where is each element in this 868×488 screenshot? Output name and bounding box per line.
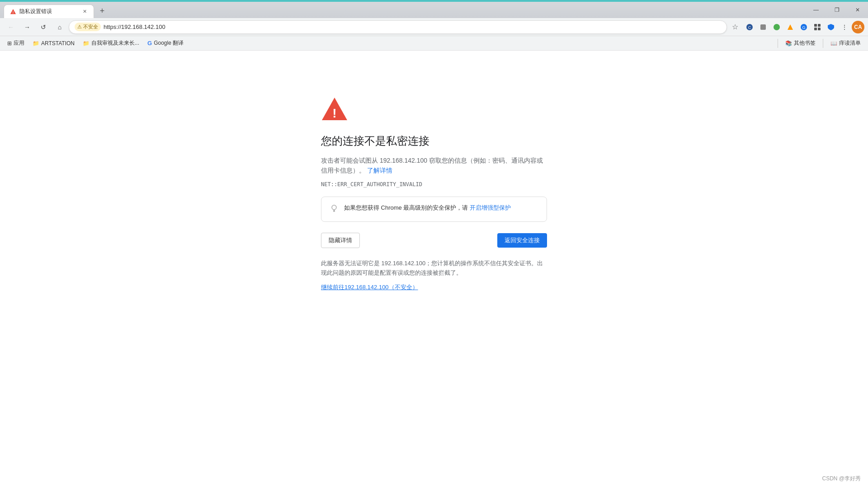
close-button[interactable]: ✕ bbox=[847, 2, 868, 18]
other-bookmarks[interactable]: 📚 其他书签 bbox=[782, 38, 819, 48]
copilot-icon[interactable]: C bbox=[743, 21, 756, 33]
books-icon: 📚 bbox=[785, 40, 792, 47]
google-translate-icon: G bbox=[147, 40, 152, 47]
svg-rect-11 bbox=[814, 28, 817, 30]
reading-list-icon: 📖 bbox=[830, 40, 837, 47]
bookmarks-divider-2 bbox=[823, 39, 823, 48]
back-to-safety-button[interactable]: 返回安全连接 bbox=[497, 233, 547, 248]
bookmark-artstation[interactable]: 📁 ARTSTATION bbox=[29, 39, 78, 48]
error-container: ! 您的连接不是私密连接 攻击者可能会试图从 192.168.142.100 窃… bbox=[321, 96, 547, 292]
proceed-link[interactable]: 继续前往192.168.142.100（不安全） bbox=[321, 283, 418, 292]
tab-bar: ! 隐私设置错误 ✕ + — ❐ ✕ bbox=[0, 2, 868, 18]
tab-title: 隐私设置错误 bbox=[19, 8, 78, 15]
learn-more-link[interactable]: 了解详情 bbox=[367, 167, 392, 174]
bookmark-self-label: 自我审视及未来长... bbox=[91, 39, 139, 47]
main-content: ! 您的连接不是私密连接 攻击者可能会试图从 192.168.142.100 窃… bbox=[0, 51, 868, 488]
extension-icon-4[interactable]: G bbox=[797, 21, 810, 33]
folder-icon-1: 📁 bbox=[33, 40, 39, 47]
svg-rect-10 bbox=[818, 24, 821, 27]
svg-text:!: ! bbox=[13, 11, 14, 14]
home-button[interactable]: ⌂ bbox=[52, 20, 67, 34]
svg-rect-12 bbox=[818, 28, 821, 30]
active-tab[interactable]: ! 隐私设置错误 ✕ bbox=[4, 5, 94, 18]
reading-list-label: 痒读清单 bbox=[839, 39, 861, 47]
security-box-prefix: 如果您想获得 Chrome 最高级别的安全保护，请 bbox=[344, 204, 468, 211]
extension-icon-1[interactable] bbox=[757, 21, 769, 33]
other-bookmarks-label: 其他书签 bbox=[794, 39, 816, 47]
tab-close-button[interactable]: ✕ bbox=[81, 8, 88, 15]
extension-icon-3[interactable] bbox=[784, 21, 797, 33]
security-box-text: 如果您想获得 Chrome 最高级别的安全保护，请 开启增强型保护 bbox=[344, 203, 511, 212]
bookmarks-bar: ⊞ 应用 📁 ARTSTATION 📁 自我审视及未来长... G Google… bbox=[0, 36, 868, 51]
bookmarks-right: 📚 其他书签 📖 痒读清单 bbox=[778, 38, 864, 48]
extension-icon-2[interactable] bbox=[770, 21, 783, 33]
warning-triangle-large: ! bbox=[321, 96, 348, 123]
svg-rect-9 bbox=[814, 24, 817, 27]
action-buttons-row: 隐藏详情 返回安全连接 bbox=[321, 233, 547, 248]
new-tab-button[interactable]: + bbox=[96, 5, 108, 17]
error-title: 您的连接不是私密连接 bbox=[321, 134, 547, 148]
bookmark-translate[interactable]: G Google 翻译 bbox=[144, 38, 187, 48]
menu-button[interactable]: ⋮ bbox=[838, 21, 851, 33]
bookmarks-divider bbox=[778, 39, 778, 48]
svg-text:!: ! bbox=[332, 106, 336, 120]
toolbar-right-icons: C G ⋮ CA bbox=[743, 21, 864, 33]
bookmark-translate-label: Google 翻译 bbox=[154, 39, 184, 47]
error-desc-text: 攻击者可能会试图从 192.168.142.100 窃取您的信息（例如：密码、通… bbox=[321, 157, 543, 174]
svg-text:C: C bbox=[748, 25, 751, 30]
svg-point-15 bbox=[332, 205, 336, 210]
bookmark-star-button[interactable]: ☆ bbox=[729, 21, 741, 33]
details-text: 此服务器无法证明它是 192.168.142.100；您计算机的操作系统不信任其… bbox=[321, 260, 543, 276]
details-section: 此服务器无法证明它是 192.168.142.100；您计算机的操作系统不信任其… bbox=[321, 259, 547, 292]
reload-button[interactable]: ↺ bbox=[36, 20, 51, 34]
svg-rect-4 bbox=[760, 24, 766, 30]
insecure-label: 不安全 bbox=[83, 23, 98, 30]
svg-point-5 bbox=[774, 24, 780, 30]
lightbulb-icon bbox=[330, 204, 339, 215]
extensions-puzzle-button[interactable] bbox=[811, 21, 824, 33]
bookmark-apps[interactable]: ⊞ 应用 bbox=[4, 38, 28, 48]
watermark: CSDN @李好秀 bbox=[822, 475, 861, 483]
tab-favicon: ! bbox=[9, 8, 17, 15]
hide-details-button[interactable]: 隐藏详情 bbox=[321, 233, 360, 248]
warning-triangle-icon: ⚠ bbox=[77, 24, 82, 30]
folder-icon-2: 📁 bbox=[83, 40, 90, 47]
svg-text:G: G bbox=[802, 25, 805, 30]
back-button[interactable]: ← bbox=[4, 20, 18, 34]
bookmark-self[interactable]: 📁 自我审视及未来长... bbox=[79, 38, 143, 48]
security-info-box: 如果您想获得 Chrome 最高级别的安全保护，请 开启增强型保护 bbox=[321, 197, 547, 222]
forward-button[interactable]: → bbox=[20, 20, 34, 34]
apps-grid-icon: ⊞ bbox=[7, 40, 12, 47]
reading-list[interactable]: 📖 痒读清单 bbox=[827, 38, 864, 48]
browser-toolbar: ← → ↺ ⌂ ⚠ 不安全 https://192.168.142.100 ☆ … bbox=[0, 18, 868, 36]
url-display: https://192.168.142.100 bbox=[104, 23, 165, 30]
maximize-button[interactable]: ❐ bbox=[826, 2, 847, 18]
profile-avatar[interactable]: CA bbox=[852, 21, 864, 33]
window-controls: — ❐ ✕ bbox=[806, 2, 868, 18]
browser-frame: ! 隐私设置错误 ✕ + — ❐ ✕ ← → ↺ ⌂ bbox=[0, 0, 868, 488]
security-warning-badge[interactable]: ⚠ 不安全 bbox=[75, 23, 101, 31]
error-description: 攻击者可能会试图从 192.168.142.100 窃取您的信息（例如：密码、通… bbox=[321, 155, 547, 176]
minimize-button[interactable]: — bbox=[806, 2, 826, 18]
svg-marker-6 bbox=[788, 24, 793, 30]
error-code: NET::ERR_CERT_AUTHORITY_INVALID bbox=[321, 181, 547, 188]
bookmark-apps-label: 应用 bbox=[14, 39, 24, 47]
bookmark-artstation-label: ARTSTATION bbox=[41, 40, 75, 47]
enhanced-protection-link[interactable]: 开启增强型保护 bbox=[470, 204, 511, 211]
address-bar[interactable]: ⚠ 不安全 https://192.168.142.100 bbox=[69, 20, 727, 34]
shield-icon[interactable] bbox=[825, 21, 837, 33]
